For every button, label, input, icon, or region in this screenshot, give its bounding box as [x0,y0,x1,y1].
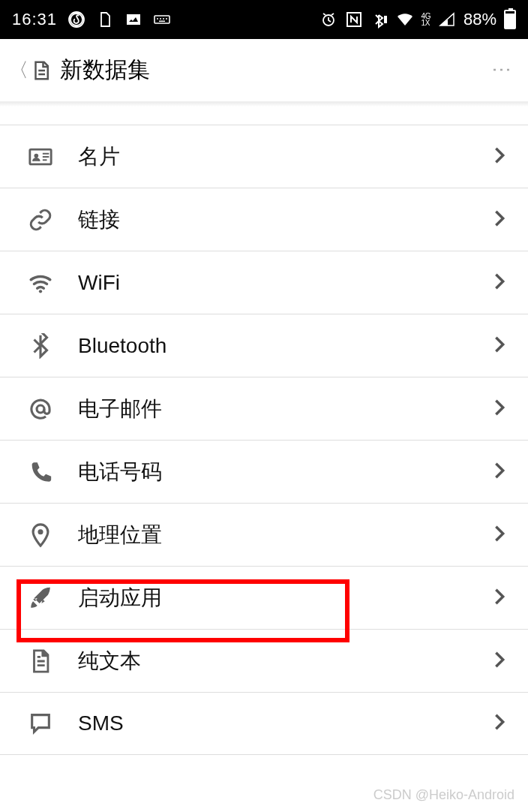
signal-icon [438,11,456,29]
list-label: SMS [78,711,489,735]
list-label: 名片 [78,143,489,171]
svg-point-3 [160,18,161,20]
list-label: WiFi [78,271,489,295]
list-item-text[interactable]: 纯文本 [0,629,528,692]
link-icon [27,206,54,233]
list-label: 纯文本 [78,647,489,675]
status-right: 4G1X 88% [320,10,516,29]
chevron-right-icon [489,523,510,547]
list-item-wifi[interactable]: WiFi [0,251,528,314]
keyboard-icon [153,11,171,29]
list-label: 启动应用 [78,584,489,612]
document-header-icon [30,59,52,82]
chevron-right-icon [489,586,510,610]
location-icon [27,522,54,549]
svg-rect-1 [154,16,170,23]
svg-point-5 [166,18,167,20]
chevron-right-icon [489,271,510,295]
status-time: 16:31 [12,10,57,29]
page-title: 新数据集 [60,55,490,86]
card-icon [27,143,54,170]
wifi-status-icon [396,11,414,29]
chevron-right-icon [489,145,510,169]
list-label: 链接 [78,206,489,234]
svg-point-14 [38,529,43,534]
chevron-right-icon [489,460,510,484]
nfc-icon [345,11,363,29]
chevron-right-icon [489,397,510,421]
netease-icon [68,11,86,29]
svg-point-4 [163,18,164,20]
svg-point-12 [39,290,42,293]
list-item-link[interactable]: 链接 [0,188,528,251]
watermark: CSDN @Heiko-Android [374,787,514,803]
battery-icon [504,10,516,29]
dataset-list: 名片 链接 WiFi Bluetooth 电子邮件 电话号码 地理位置 启动应用 [0,107,528,755]
svg-point-11 [34,153,39,158]
svg-rect-0 [127,14,140,25]
back-button[interactable]: 〈 [9,57,28,83]
rocket-icon [27,585,54,612]
chat-icon [27,710,54,737]
document-icon [27,648,54,675]
list-item-phone[interactable]: 电话号码 [0,440,528,503]
svg-point-2 [157,18,158,20]
image-icon [124,11,142,29]
overflow-menu[interactable]: ⋮ [490,60,519,81]
app-bar: 〈 新数据集 ⋮ [0,39,528,102]
at-icon [27,395,54,423]
svg-rect-6 [159,21,165,23]
list-label: 电话号码 [78,458,489,486]
battery-percent: 88% [464,10,496,29]
wifi-icon [27,269,54,296]
list-item-card[interactable]: 名片 [0,125,528,188]
chevron-right-icon [489,208,510,232]
phone-icon [27,459,54,486]
chevron-right-icon [489,649,510,673]
bluetooth-status-icon [370,11,388,29]
alarm-icon [320,11,338,29]
list-label: 地理位置 [78,521,489,549]
svg-rect-9 [384,16,387,23]
list-item-sms[interactable]: SMS [0,692,528,755]
list-label: Bluetooth [78,334,489,358]
list-item-launch-app[interactable]: 启动应用 [0,566,528,629]
status-left: 16:31 [12,10,171,29]
list-label: 电子邮件 [78,395,489,423]
bluetooth-icon [27,332,54,359]
list-item-location[interactable]: 地理位置 [0,503,528,566]
list-item-bluetooth[interactable]: Bluetooth [0,314,528,377]
list-item-email[interactable]: 电子邮件 [0,377,528,440]
sim-icon [96,11,114,29]
status-bar: 16:31 4G1X 88% [0,0,528,39]
chevron-right-icon [489,334,510,358]
network-type: 4G1X [422,13,430,26]
chevron-right-icon [489,711,510,735]
